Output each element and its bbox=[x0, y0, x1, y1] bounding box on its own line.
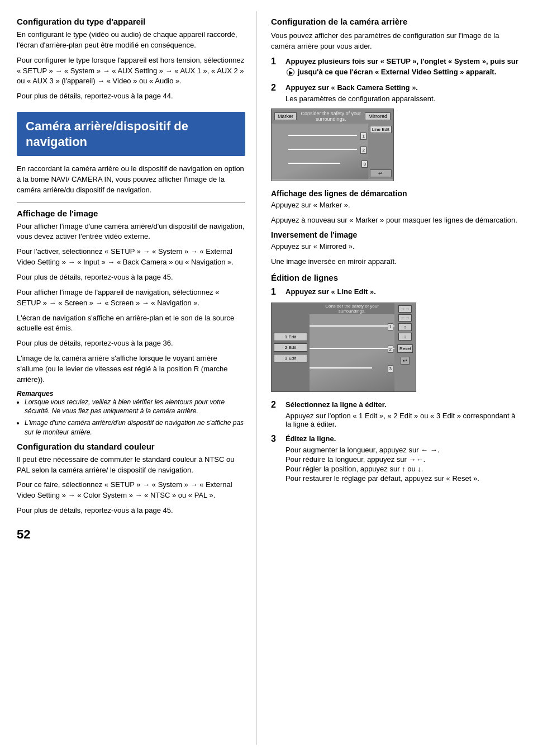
remarque-1: Lorsque vous reculez, veillez à bien vér… bbox=[25, 398, 245, 417]
cam-line-2 bbox=[288, 149, 357, 150]
edit-arrow-down[interactable]: ↓ bbox=[398, 333, 412, 341]
edition-step-2-num: 2 bbox=[271, 400, 281, 410]
step-2: 2 Appuyez sur « Back Camera Setting ». L… bbox=[271, 83, 522, 103]
edit-2-btn[interactable]: 2 Edit bbox=[274, 343, 307, 352]
edit-center-area: Consider the safety of your surroundings… bbox=[310, 303, 394, 391]
edition-step-3-sub2: Pour réduire la longueur, appuyez sur →←… bbox=[285, 455, 479, 464]
step-2-sub: Les paramètres de configuration apparais… bbox=[285, 94, 435, 103]
edition-step-3-text: Éditez la ligne. bbox=[285, 434, 336, 443]
edit-line-3 bbox=[310, 367, 372, 368]
edition-step-2-sub: Appuyez sur l'option « 1 Edit », « 2 Edi… bbox=[285, 412, 522, 428]
edit-left-panel: 1 Edit 2 Edit 3 Edit bbox=[272, 303, 310, 391]
affichage-p6: Pour plus de détails, reportez-vous à la… bbox=[17, 338, 245, 349]
separator bbox=[17, 202, 245, 203]
cam-marker-btn[interactable]: Marker bbox=[274, 112, 297, 120]
edit-1-btn[interactable]: 1 Edit bbox=[274, 333, 307, 341]
affichage-p2: Pour l'activer, sélectionnez « SETUP » →… bbox=[17, 247, 245, 268]
affichage-p7: L'image de la caméra arrière s'affiche l… bbox=[17, 353, 245, 385]
affichage-p3: Pour plus de détails, reportez-vous à la… bbox=[17, 272, 245, 283]
affichage-lignes-p1: Appuyez sur « Marker ». bbox=[271, 200, 522, 211]
affichage-title: Affichage de l'image bbox=[17, 209, 245, 218]
edition-step-3-sub3: Pour régler la position, appuyez sur ↑ o… bbox=[285, 465, 479, 473]
step-1-text: Appuyez plusieurs fois sur « SETUP », l'… bbox=[285, 56, 522, 78]
inversement-p2: Une image inversée en miroir apparaît. bbox=[271, 257, 522, 267]
affichage-lignes-title: Affichage des lignes de démarcation bbox=[271, 189, 522, 198]
config-type-title: Configuration du type d'appareil bbox=[17, 17, 245, 26]
camera-screen: Marker Consider the safety of your surro… bbox=[271, 108, 394, 181]
config-standard-p3: Pour plus de détails, reportez-vous à la… bbox=[17, 505, 245, 516]
edition-step-2: 2 Sélectionnez la ligne à éditer. Appuye… bbox=[271, 400, 522, 428]
config-type-p1: En configurant le type (vidéo ou audio) … bbox=[17, 30, 245, 51]
cam-center-text: Consider the safety of your surroundings… bbox=[297, 111, 365, 122]
edit-arrow-up[interactable]: ↑ bbox=[398, 323, 412, 331]
step-2-text: Appuyez sur « Back Camera Setting ». bbox=[285, 83, 418, 92]
edition-step-3-num: 3 bbox=[271, 434, 281, 444]
edit-right-panel: →→ ←→ ↑ ↓ Reset ↩ bbox=[394, 303, 416, 391]
edit-arrow-right-right[interactable]: →→ bbox=[398, 305, 412, 313]
config-standard-title: Configuration du standard couleur bbox=[17, 442, 245, 451]
cam-line-1-label: 1 bbox=[360, 133, 366, 140]
config-camera-intro: Vous pouvez afficher des paramètres de c… bbox=[271, 31, 522, 52]
cam-line-1 bbox=[288, 135, 357, 136]
remarques-list: Lorsque vous reculez, veillez à bien vér… bbox=[17, 398, 245, 437]
edit-label-2: 2 bbox=[388, 346, 393, 353]
highlight-section-title: Caméra arrière/dispositif de navigation bbox=[17, 112, 245, 156]
config-type-section: Configuration du type d'appareil En conf… bbox=[17, 17, 245, 102]
inversement-p1: Appuyez sur « Mirrored ». bbox=[271, 242, 522, 252]
edit-screen: 1 Edit 2 Edit 3 Edit Consider the safety… bbox=[271, 303, 416, 392]
edition-step-3-sub1: Pour augmenter la longueur, appuyez sur … bbox=[285, 446, 479, 454]
cam-screen-top: Marker Consider the safety of your surro… bbox=[272, 109, 393, 124]
edit-center-text: Consider the safety of your surroundings… bbox=[310, 303, 394, 314]
edition-title: Édition de lignes bbox=[271, 273, 522, 282]
config-standard-p1: Il peut être nécessaire de commuter le s… bbox=[17, 455, 245, 476]
cam-mirrored-btn[interactable]: Mirrored bbox=[365, 112, 391, 120]
edition-step-1: 1 Appuyez sur « Line Edit ». bbox=[271, 287, 522, 297]
cam-inner: 1 2 3 Line Edit ↩ bbox=[272, 124, 393, 179]
highlight-title: Caméra arrière/dispositif de navigation bbox=[26, 119, 236, 149]
inversement-title: Inversement de l'image bbox=[271, 230, 522, 239]
affichage-p4: Pour afficher l'image de l'appareil de n… bbox=[17, 287, 245, 309]
remarques-title: Remarques bbox=[17, 390, 245, 398]
edit-label-3: 3 bbox=[388, 365, 393, 372]
edit-back-btn[interactable]: ↩ bbox=[401, 357, 410, 365]
affichage-lignes-p2: Appuyez à nouveau sur « Marker » pour ma… bbox=[271, 215, 522, 226]
edit-line-2 bbox=[310, 348, 394, 349]
cam-back-btn[interactable]: ↩ bbox=[370, 169, 392, 177]
edition-step-2-text: Sélectionnez la ligne à éditer. bbox=[285, 400, 387, 409]
edit-reset-btn[interactable]: Reset bbox=[397, 344, 413, 353]
edit-line-1 bbox=[310, 325, 394, 327]
config-type-p2: Pour configurer le type lorsque l'appare… bbox=[17, 55, 245, 87]
affichage-p5: L'écran de navigation s'affiche en arriè… bbox=[17, 313, 245, 334]
edit-label-1: 1 bbox=[388, 323, 393, 330]
edition-step-1-num: 1 bbox=[271, 287, 281, 297]
edition-step-3-sub4: Pour restaurer le réglage par défaut, ap… bbox=[285, 474, 479, 483]
intro-p1: En raccordant la caméra arrière ou le di… bbox=[17, 164, 245, 196]
edition-step-3: 3 Éditez la ligne. Pour augmenter la lon… bbox=[271, 434, 522, 483]
cam-side-btns: Line Edit ↩ bbox=[368, 124, 393, 179]
step-1: 1 Appuyez plusieurs fois sur « SETUP », … bbox=[271, 56, 522, 78]
config-type-p3: Pour plus de détails, reportez-vous à la… bbox=[17, 91, 245, 102]
cam-line-3 bbox=[288, 163, 340, 164]
config-standard-p2: Pour ce faire, sélectionnez « SETUP » → … bbox=[17, 480, 245, 501]
remarque-2: L'image d'une caméra arrière/d'un dispos… bbox=[25, 418, 245, 437]
cam-line-3-label: 3 bbox=[361, 160, 367, 168]
step-2-num: 2 bbox=[271, 83, 281, 93]
config-camera-title: Configuration de la caméra arrière bbox=[271, 17, 522, 26]
left-column: Configuration du type d'appareil En conf… bbox=[0, 11, 257, 745]
step-1-icon: ▶ bbox=[287, 68, 294, 76]
edition-step-1-text: Appuyez sur « Line Edit ». bbox=[285, 287, 376, 297]
right-column: Configuration de la caméra arrière Vous … bbox=[257, 11, 533, 745]
cam-line-2-label: 2 bbox=[360, 147, 366, 154]
step-1-num: 1 bbox=[271, 56, 281, 67]
page-number: 52 bbox=[17, 527, 245, 542]
edit-arrow-left-right[interactable]: ←→ bbox=[398, 314, 412, 322]
edit-3-btn[interactable]: 3 Edit bbox=[274, 354, 307, 362]
cam-main-area: 1 2 3 bbox=[272, 124, 368, 179]
cam-lineedit-btn[interactable]: Line Edit bbox=[370, 126, 392, 133]
affichage-p1: Pour afficher l'image d'une caméra arriè… bbox=[17, 221, 245, 243]
